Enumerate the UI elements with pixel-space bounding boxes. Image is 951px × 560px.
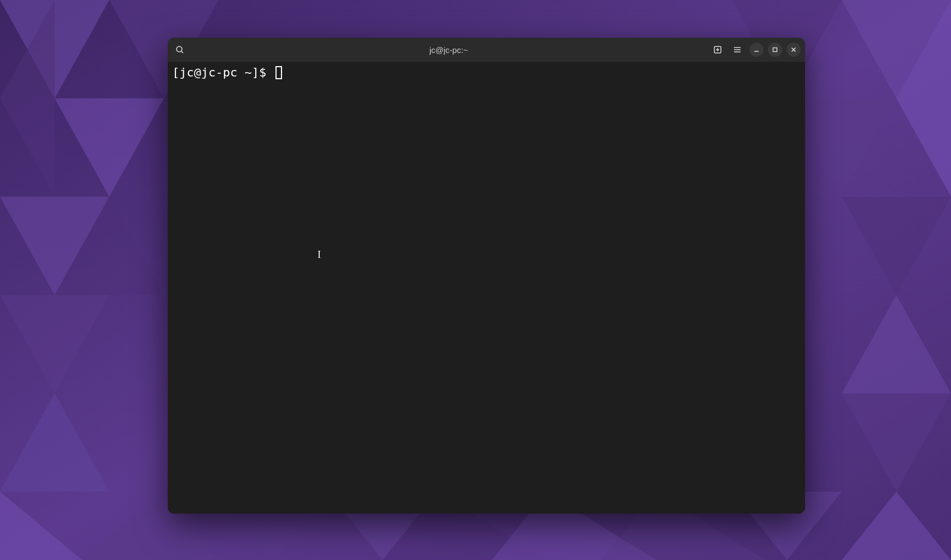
maximize-button[interactable] bbox=[768, 43, 782, 57]
search-icon bbox=[175, 45, 184, 54]
minimize-icon bbox=[753, 46, 760, 53]
shell-prompt: [jc@jc-pc ~]$ bbox=[172, 65, 273, 80]
window-title: jc@jc-pc:~ bbox=[187, 45, 710, 55]
terminal-window: jc@jc-pc:~ bbox=[168, 38, 805, 514]
hamburger-icon bbox=[733, 45, 742, 54]
maximize-icon bbox=[772, 46, 778, 53]
minimize-button[interactable] bbox=[749, 43, 764, 57]
svg-line-26 bbox=[181, 51, 183, 53]
terminal-body[interactable]: [jc@jc-pc ~]$ I bbox=[168, 62, 805, 514]
svg-rect-34 bbox=[773, 48, 777, 52]
prompt-line: [jc@jc-pc ~]$ bbox=[172, 65, 801, 80]
window-titlebar[interactable]: jc@jc-pc:~ bbox=[168, 38, 805, 62]
new-tab-icon bbox=[713, 45, 722, 54]
menu-button[interactable] bbox=[730, 42, 745, 57]
svg-point-25 bbox=[177, 46, 182, 52]
close-button[interactable] bbox=[786, 43, 801, 57]
text-cursor-indicator: I bbox=[318, 249, 321, 261]
search-button[interactable] bbox=[172, 42, 187, 57]
terminal-cursor bbox=[275, 66, 282, 79]
new-tab-button[interactable] bbox=[710, 42, 725, 57]
close-icon bbox=[790, 46, 797, 53]
